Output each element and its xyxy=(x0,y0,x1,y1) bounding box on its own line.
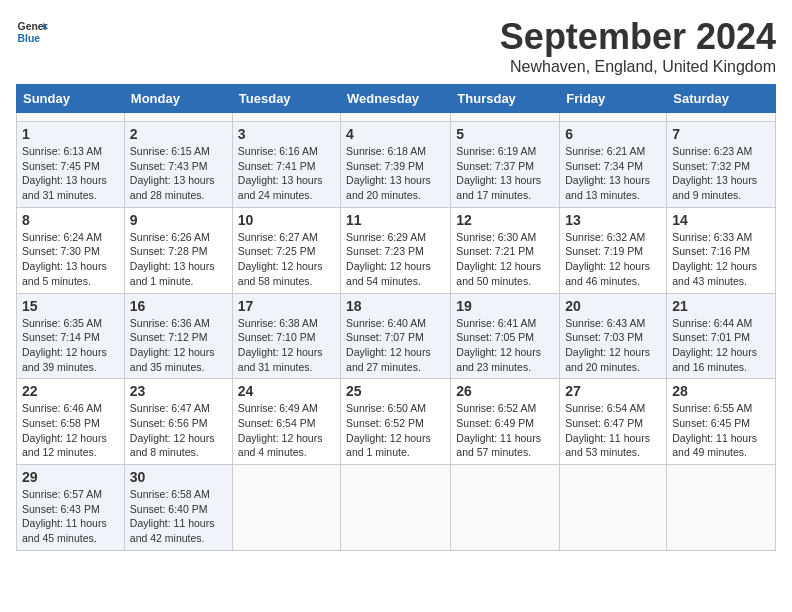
day-number: 18 xyxy=(346,298,445,314)
day-info: Sunrise: 6:15 AM Sunset: 7:43 PM Dayligh… xyxy=(130,144,227,203)
calendar-cell: 25Sunrise: 6:50 AM Sunset: 6:52 PM Dayli… xyxy=(341,379,451,465)
calendar-cell: 8Sunrise: 6:24 AM Sunset: 7:30 PM Daylig… xyxy=(17,207,125,293)
day-info: Sunrise: 6:23 AM Sunset: 7:32 PM Dayligh… xyxy=(672,144,770,203)
day-info: Sunrise: 6:52 AM Sunset: 6:49 PM Dayligh… xyxy=(456,401,554,460)
calendar-body: 1Sunrise: 6:13 AM Sunset: 7:45 PM Daylig… xyxy=(17,113,776,551)
day-number: 1 xyxy=(22,126,119,142)
day-number: 8 xyxy=(22,212,119,228)
calendar-cell xyxy=(341,465,451,551)
day-info: Sunrise: 6:54 AM Sunset: 6:47 PM Dayligh… xyxy=(565,401,661,460)
day-info: Sunrise: 6:19 AM Sunset: 7:37 PM Dayligh… xyxy=(456,144,554,203)
day-info: Sunrise: 6:29 AM Sunset: 7:23 PM Dayligh… xyxy=(346,230,445,289)
day-info: Sunrise: 6:35 AM Sunset: 7:14 PM Dayligh… xyxy=(22,316,119,375)
calendar-cell xyxy=(560,465,667,551)
day-info: Sunrise: 6:46 AM Sunset: 6:58 PM Dayligh… xyxy=(22,401,119,460)
day-info: Sunrise: 6:50 AM Sunset: 6:52 PM Dayligh… xyxy=(346,401,445,460)
calendar-cell: 5Sunrise: 6:19 AM Sunset: 7:37 PM Daylig… xyxy=(451,122,560,208)
column-header-friday: Friday xyxy=(560,85,667,113)
calendar-week-row: 22Sunrise: 6:46 AM Sunset: 6:58 PM Dayli… xyxy=(17,379,776,465)
calendar-cell: 23Sunrise: 6:47 AM Sunset: 6:56 PM Dayli… xyxy=(124,379,232,465)
day-number: 30 xyxy=(130,469,227,485)
calendar-cell: 12Sunrise: 6:30 AM Sunset: 7:21 PM Dayli… xyxy=(451,207,560,293)
calendar-cell xyxy=(451,465,560,551)
day-number: 26 xyxy=(456,383,554,399)
day-info: Sunrise: 6:27 AM Sunset: 7:25 PM Dayligh… xyxy=(238,230,335,289)
calendar-week-row: 29Sunrise: 6:57 AM Sunset: 6:43 PM Dayli… xyxy=(17,465,776,551)
calendar-cell: 26Sunrise: 6:52 AM Sunset: 6:49 PM Dayli… xyxy=(451,379,560,465)
calendar-cell: 6Sunrise: 6:21 AM Sunset: 7:34 PM Daylig… xyxy=(560,122,667,208)
day-info: Sunrise: 6:55 AM Sunset: 6:45 PM Dayligh… xyxy=(672,401,770,460)
day-number: 19 xyxy=(456,298,554,314)
month-title: September 2024 xyxy=(500,16,776,58)
day-number: 3 xyxy=(238,126,335,142)
location-title: Newhaven, England, United Kingdom xyxy=(500,58,776,76)
calendar-cell: 14Sunrise: 6:33 AM Sunset: 7:16 PM Dayli… xyxy=(667,207,776,293)
day-info: Sunrise: 6:26 AM Sunset: 7:28 PM Dayligh… xyxy=(130,230,227,289)
day-info: Sunrise: 6:13 AM Sunset: 7:45 PM Dayligh… xyxy=(22,144,119,203)
calendar-cell: 29Sunrise: 6:57 AM Sunset: 6:43 PM Dayli… xyxy=(17,465,125,551)
day-info: Sunrise: 6:33 AM Sunset: 7:16 PM Dayligh… xyxy=(672,230,770,289)
day-number: 9 xyxy=(130,212,227,228)
calendar-cell xyxy=(667,113,776,122)
calendar-cell: 4Sunrise: 6:18 AM Sunset: 7:39 PM Daylig… xyxy=(341,122,451,208)
day-number: 22 xyxy=(22,383,119,399)
calendar-cell: 28Sunrise: 6:55 AM Sunset: 6:45 PM Dayli… xyxy=(667,379,776,465)
day-info: Sunrise: 6:38 AM Sunset: 7:10 PM Dayligh… xyxy=(238,316,335,375)
calendar-cell: 20Sunrise: 6:43 AM Sunset: 7:03 PM Dayli… xyxy=(560,293,667,379)
day-number: 10 xyxy=(238,212,335,228)
calendar-cell: 11Sunrise: 6:29 AM Sunset: 7:23 PM Dayli… xyxy=(341,207,451,293)
calendar-cell xyxy=(451,113,560,122)
day-info: Sunrise: 6:18 AM Sunset: 7:39 PM Dayligh… xyxy=(346,144,445,203)
calendar-cell: 3Sunrise: 6:16 AM Sunset: 7:41 PM Daylig… xyxy=(232,122,340,208)
day-number: 4 xyxy=(346,126,445,142)
logo: General Blue xyxy=(16,16,48,48)
calendar-cell xyxy=(341,113,451,122)
day-info: Sunrise: 6:47 AM Sunset: 6:56 PM Dayligh… xyxy=(130,401,227,460)
day-info: Sunrise: 6:16 AM Sunset: 7:41 PM Dayligh… xyxy=(238,144,335,203)
calendar-cell: 17Sunrise: 6:38 AM Sunset: 7:10 PM Dayli… xyxy=(232,293,340,379)
calendar-week-row xyxy=(17,113,776,122)
day-number: 5 xyxy=(456,126,554,142)
day-info: Sunrise: 6:57 AM Sunset: 6:43 PM Dayligh… xyxy=(22,487,119,546)
day-number: 29 xyxy=(22,469,119,485)
column-header-monday: Monday xyxy=(124,85,232,113)
day-info: Sunrise: 6:24 AM Sunset: 7:30 PM Dayligh… xyxy=(22,230,119,289)
calendar-header-row: SundayMondayTuesdayWednesdayThursdayFrid… xyxy=(17,85,776,113)
svg-text:Blue: Blue xyxy=(18,33,41,44)
column-header-sunday: Sunday xyxy=(17,85,125,113)
calendar-cell xyxy=(17,113,125,122)
day-info: Sunrise: 6:32 AM Sunset: 7:19 PM Dayligh… xyxy=(565,230,661,289)
column-header-wednesday: Wednesday xyxy=(341,85,451,113)
calendar-week-row: 1Sunrise: 6:13 AM Sunset: 7:45 PM Daylig… xyxy=(17,122,776,208)
day-number: 6 xyxy=(565,126,661,142)
day-number: 11 xyxy=(346,212,445,228)
calendar-cell xyxy=(124,113,232,122)
day-info: Sunrise: 6:43 AM Sunset: 7:03 PM Dayligh… xyxy=(565,316,661,375)
calendar-cell: 1Sunrise: 6:13 AM Sunset: 7:45 PM Daylig… xyxy=(17,122,125,208)
day-number: 21 xyxy=(672,298,770,314)
day-info: Sunrise: 6:21 AM Sunset: 7:34 PM Dayligh… xyxy=(565,144,661,203)
calendar-cell: 7Sunrise: 6:23 AM Sunset: 7:32 PM Daylig… xyxy=(667,122,776,208)
calendar-cell: 16Sunrise: 6:36 AM Sunset: 7:12 PM Dayli… xyxy=(124,293,232,379)
day-number: 24 xyxy=(238,383,335,399)
day-number: 7 xyxy=(672,126,770,142)
day-number: 2 xyxy=(130,126,227,142)
day-number: 27 xyxy=(565,383,661,399)
calendar-cell xyxy=(232,465,340,551)
calendar-cell: 18Sunrise: 6:40 AM Sunset: 7:07 PM Dayli… xyxy=(341,293,451,379)
day-number: 15 xyxy=(22,298,119,314)
column-header-saturday: Saturday xyxy=(667,85,776,113)
day-info: Sunrise: 6:49 AM Sunset: 6:54 PM Dayligh… xyxy=(238,401,335,460)
day-info: Sunrise: 6:40 AM Sunset: 7:07 PM Dayligh… xyxy=(346,316,445,375)
calendar-cell: 15Sunrise: 6:35 AM Sunset: 7:14 PM Dayli… xyxy=(17,293,125,379)
day-number: 13 xyxy=(565,212,661,228)
calendar-cell xyxy=(232,113,340,122)
calendar-cell: 13Sunrise: 6:32 AM Sunset: 7:19 PM Dayli… xyxy=(560,207,667,293)
day-info: Sunrise: 6:58 AM Sunset: 6:40 PM Dayligh… xyxy=(130,487,227,546)
column-header-tuesday: Tuesday xyxy=(232,85,340,113)
calendar-week-row: 15Sunrise: 6:35 AM Sunset: 7:14 PM Dayli… xyxy=(17,293,776,379)
calendar-cell xyxy=(560,113,667,122)
day-number: 16 xyxy=(130,298,227,314)
day-number: 23 xyxy=(130,383,227,399)
calendar-cell xyxy=(667,465,776,551)
